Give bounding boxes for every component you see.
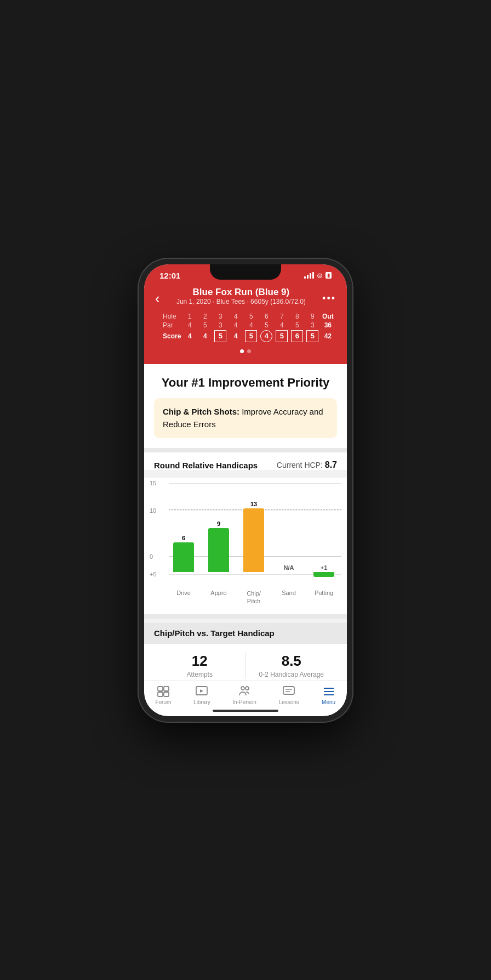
bar-putting-label: +1: [321, 564, 328, 571]
chart-x-labels: Drive Appro Chip/Pitch Sand Putting: [150, 587, 341, 605]
y-label-plus5: +5: [150, 571, 157, 577]
nav-item-menu[interactable]: Menu: [322, 686, 336, 705]
page-dots: [155, 347, 336, 358]
x-label-drive: Drive: [173, 590, 194, 605]
scroll-content[interactable]: Your #1 Improvement Priority Chip & Pitc…: [144, 364, 347, 681]
bar-putting: +1: [313, 478, 334, 587]
chip-title: Chip/Pitch vs. Target Handicap: [154, 628, 275, 638]
nav-item-library[interactable]: Library: [193, 686, 210, 705]
section-divider-1: [144, 448, 347, 452]
nav-label-menu: Menu: [322, 699, 335, 705]
chip-header: Chip/Pitch vs. Target Handicap: [144, 623, 347, 644]
chip-avg: 8.5 0-2 Handicap Average: [246, 653, 338, 678]
bar-chip: 13: [243, 478, 264, 587]
priority-section: Your #1 Improvement Priority Chip & Pitc…: [144, 364, 347, 449]
hole-label: Hole: [161, 312, 182, 321]
y-label-10: 10: [150, 507, 156, 514]
header-title: Blue Fox Run (Blue 9): [160, 287, 322, 298]
person-icon: [237, 686, 252, 698]
chart-area: 15 10 0 +5 6: [150, 478, 341, 587]
priority-bold: Chip & Pitch Shots:: [163, 407, 239, 416]
bar-appro-label: 9: [217, 520, 220, 527]
priority-box: Chip & Pitch Shots: Improve Accuracy and…: [154, 398, 337, 438]
header-center: Blue Fox Run (Blue 9) Jun 1, 2020 · Blue…: [160, 287, 322, 311]
dot-2: [247, 349, 251, 353]
score-box-9: 5: [306, 330, 318, 342]
bar-drive-rect: [173, 542, 194, 572]
bar-appro-rect: [208, 528, 229, 572]
y-label-0: 0: [150, 553, 153, 560]
bar-drive: 6: [173, 478, 194, 587]
bar-sand: N/A: [278, 478, 299, 587]
svg-point-6: [241, 687, 244, 690]
scorecard-table: Hole 1 2 3 4 5 6 7 8 9 Out Par 4: [161, 312, 335, 343]
priority-box-text: Chip & Pitch Shots: Improve Accuracy and…: [163, 406, 328, 430]
svg-rect-2: [158, 692, 163, 696]
x-label-appro: Appro: [208, 590, 229, 605]
handicap-section: Round Relative Handicaps Current HCP: 8.…: [144, 452, 347, 470]
x-label-sand: Sand: [278, 590, 299, 605]
svg-rect-0: [158, 687, 163, 691]
phone-frame: 12:01 ⊜ ▮ ‹ Blue Fox Run (Blue 9) Jun 1,…: [139, 259, 352, 722]
library-icon: [195, 686, 209, 698]
x-label-putting: Putting: [313, 590, 334, 605]
phone-screen: 12:01 ⊜ ▮ ‹ Blue Fox Run (Blue 9) Jun 1,…: [144, 264, 347, 716]
chip-avg-label: 0-2 Handicap Average: [246, 671, 338, 678]
nav-label-inperson: In-Person: [232, 699, 256, 705]
handicap-title: Round Relative Handicaps: [154, 461, 258, 470]
x-label-chip: Chip/Pitch: [243, 590, 264, 605]
score-box-8: 6: [291, 330, 303, 342]
bar-putting-rect: [313, 572, 334, 577]
bar-chip-rect: [243, 508, 264, 572]
nav-item-inperson[interactable]: In-Person: [232, 686, 256, 705]
score-box-7: 5: [276, 330, 288, 342]
score-box-3: 5: [214, 330, 226, 342]
svg-rect-8: [283, 687, 294, 694]
section-divider-2: [144, 614, 347, 619]
nav-label-forum: Forum: [155, 699, 171, 705]
signal-icon: [304, 272, 314, 279]
handicap-header: Round Relative Handicaps Current HCP: 8.…: [154, 460, 337, 470]
chat-icon: [282, 686, 296, 698]
bar-chip-label: 13: [250, 501, 257, 507]
status-icons: ⊜ ▮: [304, 271, 332, 280]
bar-drive-label: 6: [182, 535, 185, 541]
hcp-label: Current HCP:: [277, 461, 323, 469]
svg-marker-5: [200, 689, 203, 693]
nav-label-lessons: Lessons: [279, 699, 299, 705]
bar-appro: 9: [208, 478, 229, 587]
bar-chart: 15 10 0 +5 6: [144, 478, 347, 614]
chip-attempts-label: Attempts: [154, 671, 246, 678]
home-indicator: [213, 710, 278, 712]
chip-stats: 12 Attempts 8.5 0-2 Handicap Average: [144, 644, 347, 681]
par-label: Par: [161, 321, 182, 330]
svg-rect-1: [164, 687, 169, 691]
chip-section: Chip/Pitch vs. Target Handicap 12 Attemp…: [144, 623, 347, 681]
y-label-15: 15: [150, 480, 156, 486]
nav-item-lessons[interactable]: Lessons: [279, 686, 299, 705]
header-subtitle: Jun 1, 2020 · Blue Tees · 6605y (136.0/7…: [160, 298, 322, 305]
nav-item-forum[interactable]: Forum: [155, 686, 171, 705]
more-button[interactable]: •••: [322, 293, 336, 304]
score-circle-6: 4: [260, 330, 272, 342]
score-label: Score: [161, 330, 182, 343]
chip-attempts-value: 12: [154, 653, 246, 670]
score-box-5: 5: [245, 330, 257, 342]
hcp-value: 8.7: [325, 460, 337, 469]
notch: [210, 264, 281, 280]
svg-rect-3: [164, 692, 169, 696]
battery-icon: ▮: [326, 272, 332, 279]
nav-label-library: Library: [193, 699, 210, 705]
app-header: ‹ Blue Fox Run (Blue 9) Jun 1, 2020 · Bl…: [144, 284, 347, 364]
status-time: 12:01: [159, 271, 180, 280]
bar-sand-label: N/A: [284, 564, 294, 571]
menu-icon: [322, 686, 336, 698]
hcp-current: Current HCP: 8.7: [277, 460, 337, 470]
svg-point-7: [246, 687, 249, 690]
bars-wrapper: 6 9 13: [166, 478, 341, 587]
priority-title: Your #1 Improvement Priority: [154, 375, 337, 391]
header-top: ‹ Blue Fox Run (Blue 9) Jun 1, 2020 · Bl…: [155, 287, 336, 311]
chip-attempts: 12 Attempts: [154, 653, 246, 678]
wifi-icon: ⊜: [317, 271, 323, 280]
back-button[interactable]: ‹: [155, 290, 160, 307]
